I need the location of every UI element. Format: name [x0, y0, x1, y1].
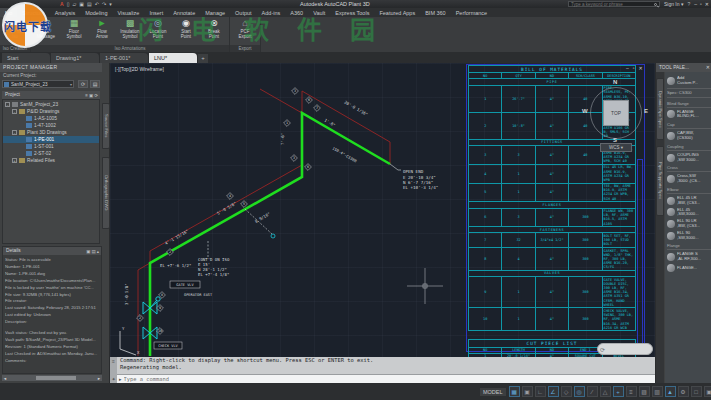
new-icon[interactable]: ▯ — [67, 0, 70, 8]
palette-tool-cap-bw-[interactable]: CAP,BW, (CS300) — [667, 131, 711, 141]
minimize-icon[interactable]: – — [626, 65, 629, 71]
search-box[interactable] — [568, 1, 660, 7]
save-icon[interactable]: ▣ — [79, 0, 84, 8]
grid-toggle[interactable]: ▦ — [509, 386, 520, 397]
tree-item-related-files[interactable]: +Related Files — [3, 157, 99, 164]
tree-item-2-st-02[interactable]: 2-ST-02 — [3, 150, 99, 157]
palette-tool-ell-90[interactable]: ELL 90 ,SW,3000... — [667, 231, 711, 241]
viewcube-north[interactable]: N — [613, 79, 617, 85]
tree-expander-icon[interactable]: - — [5, 102, 10, 107]
quick-access-toolbar[interactable]: A▯▱▣▤↶↷▾ — [60, 0, 112, 8]
viewport-controls[interactable]: [-][Top][2D Wireframe] — [115, 66, 164, 72]
workspace-toggle[interactable]: ⚙ — [678, 386, 689, 397]
osnap-toggle[interactable]: ◎ — [574, 386, 585, 397]
isometric-toggle[interactable]: ◇ — [561, 386, 572, 397]
details-pin-icon[interactable]: ▣ — [86, 248, 90, 256]
command-line-grip[interactable]: ≡✦ — [110, 357, 117, 383]
palette-tool-add[interactable]: Add Custom P... — [667, 76, 711, 86]
dynamic-ucs-toggle[interactable]: △ — [600, 386, 611, 397]
tracking-toggle[interactable]: ∕ — [587, 386, 598, 397]
tree-expander-icon[interactable]: + — [12, 158, 17, 163]
transparency-toggle[interactable]: ▨ — [639, 386, 650, 397]
tree-item-label: Plant 3D Drawings — [27, 130, 67, 135]
drawing-canvas[interactable]: [-][Top][2D Wireframe] –▫✕ BILL OF MATER… — [110, 63, 655, 357]
details-collapse-icon[interactable]: ▴ — [97, 248, 99, 256]
dynamic-input-toggle[interactable]: + — [613, 386, 624, 397]
file-tab-lnu[interactable]: LNU* — [149, 53, 197, 63]
viewcube-west[interactable]: W — [582, 108, 588, 114]
open-icon[interactable]: ▱ — [72, 0, 76, 8]
polar-toggle[interactable]: ∠ — [548, 386, 559, 397]
tree-item-p-id-drawings[interactable]: -P&ID Drawings — [3, 108, 99, 115]
details-expand-icon[interactable]: ▤ — [91, 248, 95, 256]
gate-valve-symbol[interactable] — [143, 297, 160, 314]
palette-tool-flange-[interactable]: FLANGE... — [667, 264, 711, 272]
print-icon[interactable]: ▤ — [87, 0, 92, 8]
viewcube[interactable]: TOP N S W E WCS ▾ — [586, 81, 646, 159]
tree-item-1-as-1005[interactable]: 1-AS-1005 — [3, 115, 99, 122]
notification-bubble[interactable]: ⟳ — [597, 343, 653, 355]
details-horizontal-scrollbar[interactable]: ◄► — [2, 375, 102, 381]
clean-screen-toggle[interactable]: ▣ — [704, 386, 711, 397]
tree-expander-icon[interactable]: - — [12, 109, 17, 114]
command-input[interactable] — [124, 376, 655, 382]
signin-button[interactable]: Sign In ▾ — [664, 1, 683, 7]
palette-tab-dynamic-pipe-spec[interactable]: Dynamic Pipe Spec — [656, 78, 664, 140]
close-icon[interactable]: ✕ — [706, 63, 710, 72]
app-menu-icon[interactable]: A — [60, 0, 64, 8]
restore-icon[interactable]: ▫ — [633, 65, 635, 71]
snap-toggle[interactable]: ▣ — [522, 386, 533, 397]
ortho-toggle[interactable]: ∟ — [535, 386, 546, 397]
file-tab-drawing1[interactable]: Drawing1* — [51, 53, 99, 63]
tree-item-1-47-1002[interactable]: 1-47-1002 — [3, 122, 99, 129]
command-input-row[interactable]: ▸ — [117, 374, 655, 383]
tree-item-sanm-project-23[interactable]: -SanM_Project_23 — [3, 101, 99, 108]
search-icon[interactable] — [654, 3, 657, 6]
pm-side-tab-orthographic-dwg[interactable]: Orthographic DWG — [102, 157, 110, 229]
search-input[interactable] — [569, 2, 654, 7]
palette-tool-ell-45[interactable]: ELL 45 ,SW,3000... — [667, 208, 711, 218]
details-line: File size: 9.32MB (9,776,141 bytes) — [5, 292, 99, 299]
file-tab-1-pe-001[interactable]: 1-PE-001* — [100, 53, 148, 63]
ribbon-button-flow-arrow[interactable]: ►Flow Arrow — [89, 18, 115, 39]
palette-section-label: Elbow — [667, 187, 711, 194]
tree-item-plant-3d-drawings[interactable]: -Plant 3D Drawings — [3, 129, 99, 136]
file-tab-start[interactable]: Start — [2, 53, 50, 63]
command-line-window: ≡✦ Command: Right-click to display the s… — [110, 357, 655, 383]
viewcube-east[interactable]: E — [644, 108, 648, 114]
palette-tool-ell-45-lr[interactable]: ELL 45 LR ,BW, (CS3... — [667, 196, 711, 206]
palette-tool-coupling[interactable]: COUPLING ,SW 3000... — [667, 153, 711, 163]
palette-tool-flange-s[interactable]: FLANGE S ,AL RF,300... — [667, 252, 711, 262]
palette-tool-flange[interactable]: FLANGE BLIND,FL... — [667, 110, 711, 120]
annotation-toggle[interactable]: ▲ — [665, 386, 676, 397]
lineweight-toggle[interactable]: ≡ — [626, 386, 637, 397]
palette-tool-ell-90-lr[interactable]: ELL 90 LR ,BW, (CS3... — [667, 219, 711, 229]
redo-icon[interactable]: ↷ — [102, 0, 106, 8]
selection-cycling-toggle[interactable]: ▥ — [652, 386, 663, 397]
workspace-caret-icon[interactable]: ▾ — [109, 0, 112, 8]
window-controls[interactable]: –▫✕ — [694, 1, 709, 7]
palette-tool-cross-sw[interactable]: Cross,SW ,3000 ,(CS... — [667, 174, 711, 184]
units-toggle[interactable]: □ — [691, 386, 702, 397]
palette-tab-pipe-supports-spec[interactable]: Pipe Supports Spec — [656, 146, 664, 216]
project-refresh-button[interactable]: ⟳ — [78, 80, 88, 88]
close-icon[interactable]: ✕ — [639, 65, 643, 71]
tree-expander-icon[interactable]: - — [12, 130, 17, 135]
current-project-dropdown[interactable]: SanM_Project_23 ▾ — [2, 80, 74, 88]
help-icon[interactable]: ? — [687, 1, 690, 7]
new-drawing-tab-button[interactable]: + — [198, 54, 208, 63]
pm-side-tab-source-files[interactable]: Source Files — [102, 103, 110, 149]
ribbon-tab-performance[interactable]: Performance — [451, 8, 493, 17]
ribbon-button-floor-symbol[interactable]: ▦Floor Symbol — [61, 18, 87, 39]
viewcube-top-face[interactable]: TOP — [603, 100, 629, 126]
drawing-window-controls[interactable]: –▫✕ — [626, 65, 643, 71]
tree-item-1-st-001[interactable]: 1-ST-001 — [3, 143, 99, 150]
wcs-dropdown[interactable]: WCS ▾ — [600, 143, 632, 152]
model-space-button[interactable]: MODEL — [480, 388, 506, 396]
undo-icon[interactable]: ↶ — [95, 0, 99, 8]
tree-item-1-pe-001[interactable]: 1-PE-001 — [3, 136, 99, 143]
project-tree-header: Project ≡▣⟳ — [2, 91, 100, 99]
project-settings-button[interactable]: ▤ — [90, 80, 100, 88]
ribbon-tab-bim-360[interactable]: BIM 360 — [420, 8, 450, 17]
ribbon-tab-modeling[interactable]: Modeling — [80, 8, 112, 17]
